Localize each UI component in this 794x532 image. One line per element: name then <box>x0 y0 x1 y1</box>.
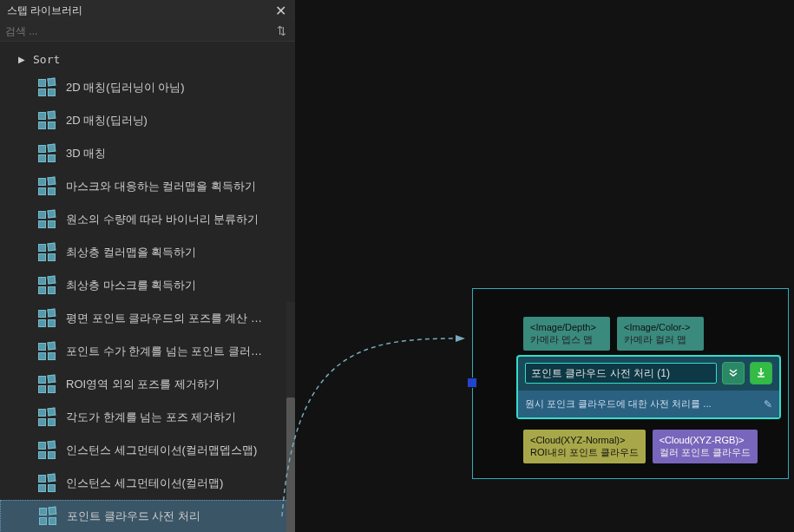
step-item[interactable]: 원소의 수량에 따라 바이너리 분류하기 <box>0 203 295 236</box>
step-grid-icon <box>36 407 57 428</box>
port-type-label: <Cloud(XYZ-Normal)> <box>530 434 639 446</box>
step-item[interactable]: 포인트 수가 한계를 넘는 포인트 클러… <box>0 335 295 368</box>
input-port-depth[interactable]: <Image/Depth> 카메라 뎁스 맵 <box>523 317 610 351</box>
node-output-ports: <Cloud(XYZ-Normal)> ROI내의 포인트 클라우드 <Clou… <box>523 430 758 463</box>
port-type-label: <Image/Color-> <box>624 321 697 333</box>
output-port-color-cloud[interactable]: <Cloud(XYZ-RGB)> 컬러 포인트 클라우드 <box>653 430 758 463</box>
node-title-row <box>518 357 779 390</box>
port-name-label: 카메라 컬러 맵 <box>624 333 697 345</box>
step-item[interactable]: 마스크와 대응하는 컬러맵을 획득하기 <box>0 170 295 203</box>
step-item[interactable]: 최상층 마스크를 획득하기 <box>0 269 295 302</box>
port-name-label: 카메라 뎁스 맵 <box>530 333 603 345</box>
node-description-row: 원시 포인크 클라우드에 대한 사전 처리를 ... ✎ <box>518 390 779 417</box>
sidebar-header: 스텝 라이브러리 ✕ <box>0 0 295 21</box>
step-item-label: ROI영역 외의 포즈를 제거하기 <box>66 377 220 392</box>
step-item-label: 마스크와 대응하는 컬러맵을 획득하기 <box>66 179 256 194</box>
step-item[interactable]: 인스턴스 세그먼테이션(컬러맵뎁스맵) <box>0 434 295 467</box>
step-item[interactable]: 포인트 클라우드 사전 처리 <box>0 500 295 532</box>
sort-filter-icon[interactable]: ⇅ <box>273 24 290 37</box>
step-grid-icon <box>36 242 57 263</box>
step-library-panel: 스텝 라이브러리 ✕ ⇅ ▶ Sort 2D 매칭(딥러닝이 아님)2D 매칭(… <box>0 0 295 532</box>
step-grid-icon <box>36 143 57 164</box>
step-item-label: 인스턴스 세그먼테이션(컬러맵뎁스맵) <box>66 443 257 458</box>
step-item-label: 3D 매칭 <box>66 146 106 161</box>
close-icon[interactable]: ✕ <box>272 3 288 18</box>
port-type-label: <Cloud(XYZ-RGB)> <box>659 434 751 446</box>
step-item[interactable]: 3D 매칭 <box>0 137 295 170</box>
output-port-roi-cloud[interactable]: <Cloud(XYZ-Normal)> ROI내의 포인트 클라우드 <box>523 430 646 463</box>
step-item-label: 포인트 클라우드 사전 처리 <box>67 509 200 524</box>
step-item-label: 최상층 컬러맵을 획득하기 <box>66 245 196 260</box>
node-body: 원시 포인크 클라우드에 대한 사전 처리를 ... ✎ <box>516 355 781 419</box>
step-grid-icon <box>36 110 57 131</box>
port-name-label: 컬러 포인트 클라우드 <box>659 446 751 458</box>
step-item-label: 최상층 마스크를 획득하기 <box>66 278 196 293</box>
scrollbar-thumb[interactable] <box>286 397 295 532</box>
step-grid-icon <box>36 341 57 362</box>
step-item[interactable]: 각도가 한계를 넘는 포즈 제거하기 <box>0 401 295 434</box>
sort-category-label: Sort <box>33 53 60 66</box>
step-item[interactable]: 인스턴스 세그먼테이션(컬러맵) <box>0 467 295 500</box>
step-item-label: 인스턴스 세그먼테이션(컬러맵) <box>66 476 223 491</box>
step-grid-icon <box>36 308 57 329</box>
step-item-label: 2D 매칭(딥러닝이 아님) <box>66 80 185 95</box>
chevrons-down-icon <box>728 367 738 380</box>
port-type-label: <Image/Depth> <box>530 321 603 333</box>
node-expand-button[interactable] <box>722 362 745 384</box>
step-item[interactable]: 평면 포인트 클라우드의 포즈를 계산 … <box>0 302 295 335</box>
step-item[interactable]: ROI영역 외의 포즈를 제거하기 <box>0 368 295 401</box>
node-input-handle[interactable] <box>467 378 477 388</box>
step-tree: ▶ Sort 2D 매칭(딥러닝이 아님)2D 매칭(딥러닝)3D 매칭마스크와… <box>0 42 295 532</box>
step-item-label: 2D 매칭(딥러닝) <box>66 113 148 128</box>
step-grid-icon <box>36 275 57 296</box>
step-item-label: 원소의 수량에 따라 바이너리 분류하기 <box>66 212 259 227</box>
edit-icon[interactable]: ✎ <box>764 398 772 410</box>
sidebar-title: 스텝 라이브러리 <box>7 3 82 18</box>
search-bar: ⇅ <box>0 21 295 42</box>
sort-category-row[interactable]: ▶ Sort <box>0 47 295 71</box>
node-input-ports: <Image/Depth> 카메라 뎁스 맵 <Image/Color-> 카메… <box>523 317 704 351</box>
node-description: 원시 포인크 클라우드에 대한 사전 처리를 ... <box>525 397 758 410</box>
step-grid-icon <box>36 176 57 197</box>
step-grid-icon <box>36 473 57 494</box>
step-grid-icon <box>36 440 57 461</box>
port-name-label: ROI내의 포인트 클라우드 <box>530 446 639 458</box>
step-grid-icon <box>36 77 57 98</box>
input-port-color[interactable]: <Image/Color-> 카메라 컬러 맵 <box>617 317 704 351</box>
node-title-input[interactable] <box>525 363 717 384</box>
download-arrow-icon <box>756 367 766 380</box>
step-item-label: 평면 포인트 클라우드의 포즈를 계산 … <box>66 311 262 326</box>
expand-arrow-icon: ▶ <box>16 53 28 65</box>
graph-node-container[interactable]: <Image/Depth> 카메라 뎁스 맵 <Image/Color-> 카메… <box>472 288 789 479</box>
step-item[interactable]: 최상층 컬러맵을 획득하기 <box>0 236 295 269</box>
step-grid-icon <box>36 209 57 230</box>
search-input[interactable] <box>5 25 273 37</box>
step-item[interactable]: 2D 매칭(딥러닝) <box>0 104 295 137</box>
step-item[interactable]: 2D 매칭(딥러닝이 아님) <box>0 71 295 104</box>
step-grid-icon <box>37 506 58 527</box>
node-run-button[interactable] <box>750 362 772 384</box>
step-item-label: 포인트 수가 한계를 넘는 포인트 클러… <box>66 344 262 359</box>
step-item-label: 각도가 한계를 넘는 포즈 제거하기 <box>66 410 236 425</box>
step-grid-icon <box>36 374 57 395</box>
